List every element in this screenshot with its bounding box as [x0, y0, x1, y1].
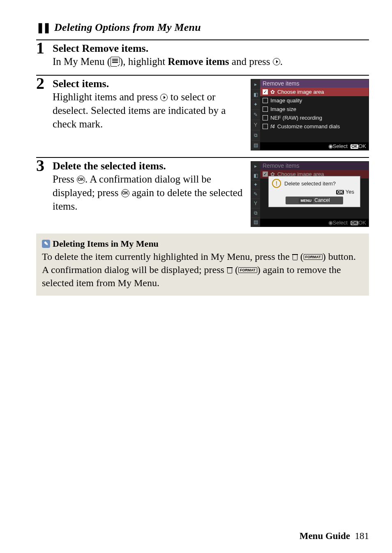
step-2-body: Highlight items and press to select or d…	[53, 90, 243, 131]
right-selector-icon	[160, 94, 168, 101]
dialog-message: ! Delete selected item?	[272, 179, 357, 188]
trash-icon	[227, 267, 233, 273]
checkbox-empty-icon	[263, 115, 268, 120]
ok-button-icon: OK	[121, 189, 129, 197]
cam-menu-footer: ◉Select OKOK	[260, 142, 369, 150]
tab-icon: ▤	[251, 218, 260, 227]
step-2-screenshot: ▸ ◧ ✦ ✎ Y ⧉ ▤ Remove items	[251, 79, 369, 150]
cam-menu-header: Remove items	[260, 79, 369, 88]
step-1-body-p3: and press	[229, 56, 273, 67]
item-label: Customize command dials	[277, 123, 340, 130]
note-body-p4: (	[233, 264, 238, 275]
note-title: ✎ Deleting Items in My Menu	[42, 238, 363, 250]
note-title-text: Deleting Items in My Menu	[53, 238, 159, 250]
checkbox-checked-icon: ✓	[263, 171, 268, 177]
pencil-icon: ✎	[42, 240, 50, 248]
confirm-dialog: ! Delete selected item? OK Yes MENU Canc…	[268, 176, 360, 207]
cam-menu-footer: ◉Select OKOK	[260, 219, 369, 227]
selector-ring-icon: ◉	[328, 143, 333, 149]
tab-icon: ⧉	[251, 208, 260, 218]
tab-icon: ▸	[251, 79, 260, 90]
selector-ring-icon: ◉	[328, 220, 333, 226]
right-selector-icon	[273, 58, 280, 65]
step-1-body-p2: ), highlight	[120, 56, 168, 67]
cam-item: Image quality	[260, 96, 369, 105]
format-icon: FORMAT	[238, 267, 257, 273]
step-1-title-bold: Remove items.	[82, 42, 148, 54]
dialog-yes-row: OK Yes	[272, 189, 357, 195]
item-label: Choose image area	[277, 89, 324, 95]
footer-ok-label: OK	[358, 143, 366, 149]
cam-menu-header: Remove items	[260, 162, 369, 170]
bullet-icon: ❚❚	[36, 22, 49, 33]
tab-icon: Y	[251, 199, 260, 208]
tab-icon: Y	[251, 120, 260, 130]
tab-icon: ✎	[251, 190, 260, 199]
step-1-title: Select Remove items.	[53, 42, 369, 55]
footer-select-label: Select	[333, 220, 348, 226]
menu-badge-icon: MENU	[299, 198, 313, 204]
section-title-text: Deleting Options from My Menu	[54, 21, 201, 34]
section-title: ❚❚ Deleting Options from My Menu	[36, 21, 369, 34]
step-3-number: 3	[36, 158, 47, 225]
step-1-number: 1	[36, 40, 47, 67]
dialog-cancel-button: MENU Cancel	[286, 197, 343, 204]
item-label: Image quality	[270, 97, 302, 104]
checkbox-empty-icon	[263, 106, 268, 112]
checkbox-checked-icon: ✓	[263, 89, 268, 95]
ok-badge-icon: OK	[350, 144, 358, 149]
tab-icon: ✎	[251, 110, 260, 120]
step-2: 2 Select items. Highlight items and pres…	[36, 75, 369, 150]
trash-icon	[292, 254, 298, 260]
step-1-title-prefix: Select	[53, 42, 82, 54]
step-3-body-p1: Press	[53, 174, 77, 185]
cam-item: ✓ ✿ Choose image area	[260, 88, 369, 96]
ok-badge-icon: OK	[336, 190, 344, 194]
step-1-body: In My Menu (), highlight Remove items an…	[53, 55, 369, 68]
ok-button-icon: OK	[77, 176, 85, 184]
step-2-body-p1: Highlight items and press	[53, 91, 160, 102]
note-body-p2: (	[298, 251, 304, 262]
my-menu-icon	[111, 57, 120, 67]
footer-select-label: Select	[333, 143, 348, 149]
footer-page-number: 181	[355, 531, 369, 541]
step-1: 1 Select Remove items. In My Menu (), hi…	[36, 39, 369, 68]
tab-icon: ▸	[251, 162, 260, 171]
step-3-body: Press OK. A confirmation dialog will be …	[53, 172, 243, 213]
step-1-body-bold: Remove items	[168, 56, 229, 67]
step-2-number: 2	[36, 76, 47, 149]
checkbox-empty-icon	[263, 124, 268, 129]
camera-tab-strip: ▸ ◧ ✦ ✎ Y ⧉ ▤	[251, 162, 260, 227]
item-icon: ✿	[270, 89, 275, 95]
cam-item: NEF (RAW) recording	[260, 113, 369, 122]
note-box: ✎ Deleting Items in My Menu To delete th…	[36, 234, 369, 296]
page-footer: Menu Guide 181	[300, 531, 369, 541]
cam-menu-list: ✓ ✿ Choose image area Image quality	[260, 88, 369, 142]
note-body-p1: To delete the item currently highlighted…	[42, 251, 292, 262]
tab-icon: ✦	[251, 100, 260, 110]
dialog-cancel-label: Cancel	[314, 197, 330, 203]
step-1-body-p4: .	[280, 56, 283, 67]
step-3-title: Delete the selected items.	[53, 160, 243, 172]
tab-icon: ◧	[251, 171, 260, 180]
cam-item: f4 Customize command dials	[260, 122, 369, 131]
step-2-title: Select items.	[53, 77, 243, 90]
dialog-message-text: Delete selected item?	[284, 180, 336, 187]
footer-label: Menu Guide	[300, 531, 350, 541]
item-label: Image size	[270, 106, 296, 112]
checkbox-empty-icon	[263, 98, 268, 103]
tab-icon: ▤	[251, 141, 260, 150]
ok-badge-icon: OK	[350, 221, 358, 225]
note-body: To delete the item currently highlighted…	[42, 250, 363, 290]
tab-icon: ◧	[251, 90, 260, 100]
step-1-body-p1: In My Menu (	[53, 56, 111, 67]
item-icon: f4	[270, 123, 275, 130]
step-3: 3 Delete the selected items. Press OK. A…	[36, 157, 369, 227]
dialog-yes-label: Yes	[346, 189, 354, 195]
footer-ok-label: OK	[358, 220, 366, 226]
item-label: NEF (RAW) recording	[270, 115, 322, 121]
format-icon: FORMAT	[304, 254, 323, 260]
camera-tab-strip: ▸ ◧ ✦ ✎ Y ⧉ ▤	[251, 79, 260, 150]
tab-icon: ✦	[251, 180, 260, 190]
step-3-screenshot: ▸ ◧ ✦ ✎ Y ⧉ ▤ Remove items	[251, 161, 369, 227]
